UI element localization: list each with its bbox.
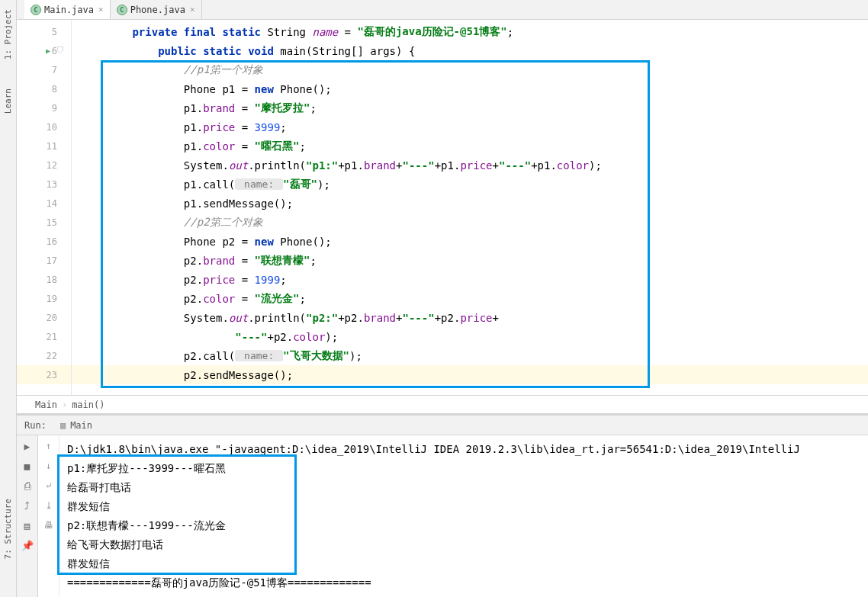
- console-line: 给磊哥打电话: [67, 478, 860, 497]
- line-number[interactable]: 18: [17, 270, 71, 289]
- line-number[interactable]: 5: [17, 22, 71, 41]
- stop-icon[interactable]: ■: [21, 460, 34, 472]
- run-tool-window: Run: ▦ Main ▶ ■ ⎙ ⤴ ▤ 📌 ↑ ↓ ⤶ ⤓: [17, 413, 868, 597]
- line-number[interactable]: 22: [17, 346, 71, 365]
- code-line: p1.price = 3999;: [72, 117, 868, 136]
- run-toolbar-secondary: ↑ ↓ ⤶ ⤓ 🖶: [38, 435, 59, 597]
- code-line: public static void main(String[] args) {: [72, 41, 868, 60]
- line-number[interactable]: 13: [17, 175, 71, 194]
- down-icon[interactable]: ↓: [43, 460, 55, 472]
- tool-learn[interactable]: Learn: [3, 88, 13, 114]
- console-line: =============磊哥的java历险记-@51博客===========…: [67, 573, 860, 592]
- tab-phone-java[interactable]: C Phone.java ×: [111, 0, 202, 19]
- line-number[interactable]: 20: [17, 308, 71, 327]
- code-line: private final static String name = "磊哥的j…: [72, 22, 868, 41]
- run-toolbar-primary: ▶ ■ ⎙ ⤴ ▤ 📌: [17, 435, 38, 597]
- close-icon[interactable]: ×: [98, 5, 104, 14]
- code-line: p2.brand = "联想青檬";: [72, 251, 868, 270]
- code-line: p2.sendMessage();: [72, 365, 868, 384]
- line-number[interactable]: 23: [17, 365, 71, 384]
- java-class-icon: C: [31, 5, 41, 15]
- code-line: p1.color = "曜石黑";: [72, 136, 868, 156]
- code-line: p1.call( name: "磊哥");: [72, 175, 868, 194]
- code-line: p2.price = 1999;: [72, 270, 868, 289]
- java-class-icon: C: [117, 5, 127, 15]
- console-line: p1:摩托罗拉---3999---曜石黑: [67, 459, 860, 478]
- line-number[interactable]: 10: [17, 117, 71, 136]
- code-area[interactable]: private final static String name = "磊哥的j…: [72, 20, 868, 395]
- dump-icon[interactable]: ⎙: [21, 480, 34, 492]
- console-line: 给飞哥大数据打电话: [67, 535, 860, 554]
- run-config-icon: ▦: [60, 420, 66, 431]
- breadcrumb[interactable]: Main › main(): [17, 395, 868, 413]
- line-number[interactable]: 8: [17, 79, 71, 98]
- code-line: Phone p2 = new Phone();: [72, 232, 868, 251]
- code-line: System.out.println("p1:"+p1.brand+"---"+…: [72, 156, 868, 175]
- code-line: //p1第一个对象: [72, 60, 868, 79]
- console-line: p2:联想青檬---1999---流光金: [67, 516, 860, 535]
- line-number[interactable]: 11: [17, 136, 71, 156]
- tool-project[interactable]: 1: Project: [3, 9, 13, 59]
- line-number[interactable]: 14: [17, 194, 71, 213]
- editor-tabs: C Main.java × C Phone.java ×: [17, 0, 868, 20]
- run-config-name[interactable]: Main: [70, 420, 92, 431]
- line-number[interactable]: 17: [17, 251, 71, 270]
- run-label: Run:: [24, 420, 47, 431]
- console-line: 群发短信: [67, 497, 860, 516]
- soft-wrap-icon[interactable]: ⤶: [43, 480, 55, 492]
- line-number[interactable]: 6▶⛉: [17, 41, 71, 60]
- line-number[interactable]: 15: [17, 213, 71, 232]
- tool-structure[interactable]: 7: Structure: [3, 499, 13, 559]
- rerun-icon[interactable]: ▶: [21, 440, 34, 452]
- code-line: p2.color = "流光金";: [72, 289, 868, 308]
- line-number[interactable]: 21: [17, 327, 71, 346]
- editor[interactable]: 56▶⛉7891011121314151617181920212223 priv…: [17, 20, 868, 395]
- code-line: p2.call( name: "飞哥大数据");: [72, 346, 868, 365]
- left-toolbar: 1: Project Learn 7: Structure: [0, 0, 17, 597]
- line-number[interactable]: 12: [17, 156, 71, 175]
- code-line: p1.sendMessage();: [72, 194, 868, 213]
- line-number[interactable]: 7: [17, 60, 71, 79]
- chevron-right-icon: ›: [62, 400, 67, 410]
- line-number[interactable]: 19: [17, 289, 71, 308]
- code-line: //p2第二个对象: [72, 213, 868, 232]
- exit-icon[interactable]: ⤴: [21, 499, 34, 512]
- layout-icon[interactable]: ▤: [21, 519, 34, 531]
- code-line: System.out.println("p2:"+p2.brand+"---"+…: [72, 308, 868, 327]
- scroll-end-icon[interactable]: ⤓: [43, 499, 55, 512]
- line-number[interactable]: 9: [17, 98, 71, 117]
- line-gutter: 56▶⛉7891011121314151617181920212223: [17, 20, 72, 395]
- code-line: p1.brand = "摩托罗拉";: [72, 98, 868, 117]
- shield-icon: ⛉: [56, 46, 65, 56]
- code-line: "---"+p2.color);: [72, 327, 868, 346]
- up-icon[interactable]: ↑: [43, 440, 55, 452]
- line-number[interactable]: 16: [17, 232, 71, 251]
- print-icon[interactable]: 🖶: [43, 519, 55, 531]
- close-icon[interactable]: ×: [190, 5, 195, 14]
- pin-icon[interactable]: 📌: [21, 539, 34, 551]
- console-output[interactable]: D:\jdk1.8\bin\java.exe "-javaagent:D:\id…: [59, 435, 868, 597]
- code-line: Phone p1 = new Phone();: [72, 79, 868, 98]
- tab-main-java[interactable]: C Main.java ×: [24, 0, 111, 19]
- run-line-icon[interactable]: ▶: [46, 47, 50, 55]
- console-line: D:\jdk1.8\bin\java.exe "-javaagent:D:\id…: [67, 440, 860, 459]
- console-line: 群发短信: [67, 554, 860, 573]
